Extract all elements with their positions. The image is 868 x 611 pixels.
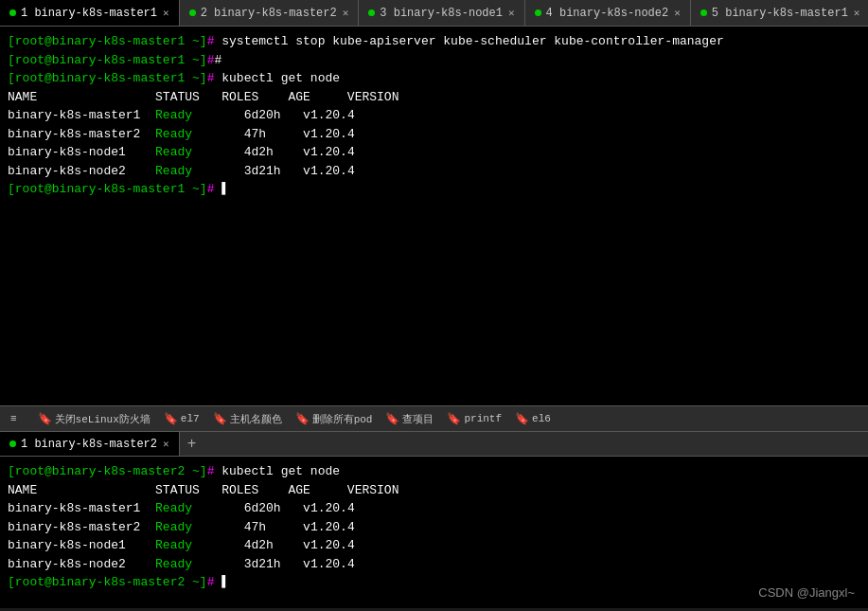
table-age: 47h (244, 520, 303, 534)
tab-dot (368, 9, 375, 16)
table-age: 3d21h (244, 557, 303, 571)
toolbar-bookmark-1[interactable]: 🔖el7 (159, 410, 204, 428)
tab-label: 2 binary-k8s-master2 (201, 7, 337, 20)
table-age: 4d2h (244, 538, 303, 552)
prompt-user: [root@binary-k8s-master1 ~] (8, 34, 207, 48)
table-status: Ready (155, 501, 221, 515)
tab-top-1[interactable]: 1 binary-k8s-master1✕ (0, 0, 180, 26)
toolbar-bookmark-0[interactable]: 🔖关闭seLinux防火墙 (33, 410, 155, 428)
tab-top-5[interactable]: 5 binary-k8s-master1✕ (691, 0, 868, 26)
bookmark-icon: 🔖 (385, 412, 399, 426)
hamburger-icon: ≡ (10, 413, 17, 424)
tab-close[interactable]: ✕ (163, 7, 169, 19)
terminal-line: binary-k8s-master2 Ready 47h v1.20.4 (8, 125, 860, 144)
table-name: binary-k8s-node2 (8, 557, 155, 571)
table-roles (221, 145, 243, 159)
table-roles (221, 538, 243, 552)
terminal-line: [root@binary-k8s-master1 ~]# ▌ (8, 180, 860, 199)
prompt-user: [root@binary-k8s-master2 ~] (8, 464, 207, 478)
tab-dot (9, 440, 16, 447)
cmd-text: kubectl get node (214, 464, 340, 478)
bookmark-label: 查项目 (402, 412, 434, 426)
table-roles (221, 108, 243, 122)
table-status: Ready (155, 164, 221, 178)
prompt-user: [root@binary-k8s-master1 ~] (8, 182, 207, 196)
table-version: v1.20.4 (303, 108, 355, 122)
terminal-line: binary-k8s-master1 Ready 6d20h v1.20.4 (8, 499, 860, 518)
terminal-line: NAME STATUS ROLES AGE VERSION (8, 88, 860, 107)
table-age: 47h (244, 127, 303, 141)
cursor: ▌ (214, 575, 229, 589)
table-age: 6d20h (244, 501, 303, 515)
table-version: v1.20.4 (303, 520, 355, 534)
table-status: Ready (155, 557, 221, 571)
table-version: v1.20.4 (303, 145, 355, 159)
tab-label: 3 binary-k8s-node1 (380, 7, 503, 20)
tab-bottom-1[interactable]: 1 binary-k8s-master2✕ (0, 432, 180, 456)
terminal-line: [root@binary-k8s-master1 ~]# systemctl s… (8, 32, 860, 51)
table-roles (221, 127, 243, 141)
table-version: v1.20.4 (303, 538, 355, 552)
bookmark-label: 主机名颜色 (230, 412, 282, 426)
table-status: Ready (155, 127, 221, 141)
tab-top-3[interactable]: 3 binary-k8s-node1✕ (359, 0, 524, 26)
tab-dot (9, 9, 16, 16)
toolbar-bookmark-6[interactable]: 🔖el6 (510, 410, 556, 428)
tab-close[interactable]: ✕ (854, 7, 860, 19)
tab-label: 1 binary-k8s-master2 (21, 438, 157, 451)
table-status: Ready (155, 520, 221, 534)
terminal-line: [root@binary-k8s-master2 ~]# kubectl get… (8, 462, 860, 481)
watermark: CSDN @Jiangxl~ (758, 585, 855, 600)
bookmark-label: 删除所有pod (312, 412, 373, 426)
prompt-user: [root@binary-k8s-master1 ~] (8, 71, 207, 85)
prompt-user: [root@binary-k8s-master2 ~] (8, 575, 207, 589)
toolbar-menu-icon[interactable]: ≡ (6, 411, 22, 426)
terminal-line: [root@binary-k8s-master1 ~]# kubectl get… (8, 69, 860, 88)
bookmark-label: el6 (532, 413, 551, 424)
tab-dot (535, 9, 541, 16)
table-version: v1.20.4 (303, 557, 355, 571)
tab-top-2[interactable]: 2 binary-k8s-master2✕ (180, 0, 360, 26)
terminal-line: binary-k8s-master2 Ready 47h v1.20.4 (8, 518, 860, 537)
tab-add-button-bottom[interactable]: + (180, 432, 204, 456)
table-age: 6d20h (244, 108, 303, 122)
table-roles (221, 557, 243, 571)
table-header: NAME STATUS ROLES AGE VERSION (8, 483, 399, 497)
table-age: 3d21h (244, 164, 303, 178)
tab-close[interactable]: ✕ (508, 7, 515, 19)
toolbar: ≡🔖关闭seLinux防火墙🔖el7🔖主机名颜色🔖删除所有pod🔖查项目🔖pri… (0, 405, 868, 432)
cmd-text: kubectl get node (214, 71, 340, 85)
bookmark-label: printf (464, 413, 502, 424)
table-status: Ready (155, 108, 221, 122)
top-tab-bar: 1 binary-k8s-master1✕2 binary-k8s-master… (0, 0, 868, 27)
table-roles (221, 520, 243, 534)
prompt-user: [root@binary-k8s-master1 ~] (8, 53, 207, 67)
toolbar-bookmark-4[interactable]: 🔖查项目 (381, 410, 438, 428)
table-version: v1.20.4 (303, 127, 355, 141)
table-name: binary-k8s-master2 (8, 127, 155, 141)
tab-label: 1 binary-k8s-master1 (21, 7, 157, 20)
terminal-top: [root@binary-k8s-master1 ~]# systemctl s… (0, 27, 868, 405)
tab-label: 4 binary-k8s-node2 (546, 7, 669, 20)
table-version: v1.20.4 (303, 501, 355, 515)
tab-top-4[interactable]: 4 binary-k8s-node2✕ (525, 0, 691, 26)
terminal-line: binary-k8s-node2 Ready 3d21h v1.20.4 (8, 162, 860, 181)
table-status: Ready (155, 538, 221, 552)
bookmark-icon: 🔖 (164, 412, 178, 426)
terminal-line: NAME STATUS ROLES AGE VERSION (8, 481, 860, 500)
terminal-line: [root@binary-k8s-master2 ~]# ▌ (8, 573, 860, 592)
toolbar-bookmark-3[interactable]: 🔖删除所有pod (291, 410, 378, 428)
tab-close[interactable]: ✕ (674, 7, 681, 19)
table-roles (221, 501, 243, 515)
terminal-line: [root@binary-k8s-master1 ~]## (8, 51, 860, 70)
toolbar-bookmark-5[interactable]: 🔖printf (442, 410, 506, 428)
table-name: binary-k8s-master1 (8, 108, 155, 122)
tab-close[interactable]: ✕ (163, 438, 169, 450)
terminal-line: binary-k8s-node1 Ready 4d2h v1.20.4 (8, 143, 860, 162)
bookmark-icon: 🔖 (295, 412, 310, 426)
bookmark-icon: 🔖 (213, 412, 227, 426)
bookmark-label: el7 (181, 413, 200, 424)
toolbar-bookmark-2[interactable]: 🔖主机名颜色 (208, 410, 287, 428)
table-version: v1.20.4 (303, 164, 355, 178)
tab-close[interactable]: ✕ (343, 7, 349, 19)
